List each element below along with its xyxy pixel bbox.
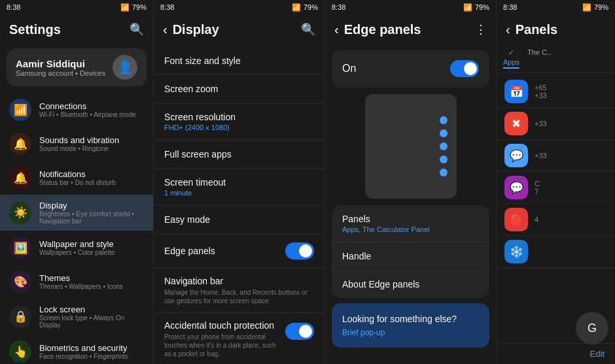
panels-title: Panels	[516, 22, 557, 37]
user-avatar: 👤	[113, 55, 137, 80]
display-list: Font size and style Screen zoom Screen r…	[154, 44, 325, 364]
app-row-app2[interactable]: 🔴 4	[497, 204, 615, 236]
settings-top-icons: 🔍	[130, 22, 144, 37]
screen-resolution-sub: FHD+ (2400 x 1080)	[164, 124, 314, 131]
accidental-touch-toggle[interactable]	[285, 323, 314, 340]
wallpaper-label: Wallpaper and style	[39, 239, 114, 249]
edge-panels-toggle[interactable]	[285, 242, 314, 259]
app-row-calendar[interactable]: 📅 +65 +33	[497, 76, 615, 108]
edge-more-icon[interactable]: ⋮	[475, 22, 487, 37]
themes-label: Themes	[39, 273, 123, 283]
sidebar-item-wallpaper[interactable]: 🖼️ Wallpaper and style Wallpapers • Colo…	[0, 231, 153, 265]
lockscreen-sub: Screen lock type • Always On Display	[39, 314, 144, 329]
settings-panel: 8:38 📶 79% Settings 🔍 Aamir Siddiqui Sam…	[0, 0, 153, 364]
edge-back-icon[interactable]: ‹	[334, 22, 339, 37]
edge-on-toggle[interactable]	[450, 60, 479, 77]
sidebar-item-lockscreen[interactable]: 🔒 Lock screen Screen lock type • Always …	[0, 299, 153, 335]
edge-section: Panels Apps, The Calculator Panel Handle…	[332, 205, 489, 298]
app-row-contacts[interactable]: ✖ +33	[497, 108, 615, 140]
sounds-icon: 🔔	[9, 133, 31, 155]
edge-panels-row[interactable]: Edge panels	[154, 234, 325, 269]
biometrics-label: Biometrics and security	[39, 343, 128, 353]
screen-resolution-item[interactable]: Screen resolution FHD+ (2400 x 1080)	[154, 103, 325, 141]
panels-back-icon[interactable]: ‹	[506, 22, 510, 37]
panels-panel: 8:38 📶 79% ‹ Panels ✓ Apps The C... 📅 +6…	[496, 0, 615, 364]
edge-dot-2	[440, 129, 448, 137]
sidebar-item-biometrics[interactable]: 👆 Biometrics and security Face recogniti…	[0, 335, 153, 364]
sidebar-item-themes[interactable]: 🎨 Themes Themes • Wallpapers • Icons	[0, 265, 153, 299]
notifications-label: Notifications	[39, 169, 116, 179]
edge-dot-1	[440, 116, 448, 124]
app2-info: 4	[535, 216, 538, 223]
sidebar-item-connections[interactable]: 📶 Connections Wi-Fi • Bluetooth • Airpla…	[0, 93, 153, 127]
panel-apps-list: 📅 +65 +33 ✖ +33 💬 +33 💬 C 7 �	[497, 73, 615, 271]
font-size-item[interactable]: Font size and style	[154, 47, 325, 75]
app1-num: C	[535, 180, 540, 188]
status-icons-2: 📶 79%	[292, 3, 318, 12]
looking-sub[interactable]: Brief pop-up	[342, 328, 479, 337]
tab-calculator[interactable]: The C...	[527, 48, 553, 69]
easy-mode-item[interactable]: Easy mode	[154, 206, 325, 234]
g-button[interactable]: G	[576, 312, 608, 344]
fullscreen-apps-label: Full screen apps	[164, 149, 314, 159]
display-search-icon[interactable]: 🔍	[301, 22, 315, 37]
notifications-text: Notifications Status bar • Do not distur…	[39, 169, 116, 186]
display-sub: Brightness • Eye comfort shield • Naviga…	[39, 210, 144, 225]
notifications-icon: 🔔	[9, 167, 31, 189]
status-bar-2: 8:38 📶 79%	[154, 0, 325, 14]
tab-apps-icon: ✓	[508, 48, 514, 57]
themes-icon: 🎨	[9, 271, 31, 293]
screen-zoom-item[interactable]: Screen zoom	[154, 75, 325, 103]
accidental-touch-item[interactable]: Accidental touch protection Protect your…	[154, 313, 325, 364]
status-icons-3: 📶 79%	[463, 3, 489, 12]
handle-row[interactable]: Handle	[332, 242, 489, 271]
battery-3: 79%	[475, 3, 489, 11]
messages-info: +33	[535, 152, 547, 159]
wallpaper-icon: 🖼️	[9, 237, 31, 259]
panels-row[interactable]: Panels Apps, The Calculator Panel	[332, 205, 489, 242]
tab-apps-label: Apps	[503, 58, 519, 66]
app-row-app3[interactable]: ❄️	[497, 236, 615, 268]
fullscreen-apps-item[interactable]: Full screen apps	[154, 141, 325, 169]
tab-apps[interactable]: ✓ Apps	[503, 48, 519, 69]
on-label: On	[342, 63, 356, 74]
user-sub: Samsung account • Devices	[16, 69, 105, 77]
sidebar-item-notifications[interactable]: 🔔 Notifications Status bar • Do not dist…	[0, 161, 153, 195]
display-back-icon[interactable]: ‹	[163, 22, 167, 37]
display-panel: 8:38 📶 79% ‹ Display 🔍 Font size and sty…	[153, 0, 325, 364]
status-bar-3: 8:38 📶 79%	[325, 0, 496, 14]
status-icons-1: 📶 79%	[120, 3, 147, 12]
sounds-label: Sounds and vibration	[39, 135, 119, 145]
accidental-touch-label: Accidental touch protection	[164, 320, 280, 331]
edge-dot-3	[440, 142, 448, 150]
notifications-sub: Status bar • Do not disturb	[39, 179, 116, 186]
edge-panels-panel: 8:38 📶 79% ‹ Edge panels ⋮ On Panels App…	[325, 0, 496, 364]
app-row-app1[interactable]: 💬 C 7	[497, 172, 615, 204]
about-edge-label: About Edge panels	[342, 279, 479, 290]
calendar-icon: 📅	[504, 80, 528, 103]
sidebar-item-display[interactable]: ☀️ Display Brightness • Eye comfort shie…	[0, 195, 153, 231]
wifi-icon-3: 📶	[463, 3, 472, 12]
status-bar-4: 8:38 📶 79%	[497, 0, 615, 14]
user-section[interactable]: Aamir Siddiqui Samsung account • Devices…	[7, 48, 147, 86]
app-row-messages[interactable]: 💬 +33	[497, 140, 615, 172]
screen-timeout-item[interactable]: Screen timeout 1 minute	[154, 169, 325, 206]
screen-resolution-label: Screen resolution	[164, 112, 314, 122]
handle-label: Handle	[342, 251, 479, 261]
settings-list: 📶 Connections Wi-Fi • Bluetooth • Airpla…	[0, 90, 153, 364]
on-row[interactable]: On	[332, 50, 489, 88]
wallpaper-sub: Wallpapers • Color palette	[39, 249, 114, 256]
navigation-bar-item[interactable]: Navigation bar Manage the Home, Back, an…	[154, 269, 325, 313]
display-top-left: ‹ Display	[163, 22, 219, 37]
font-size-label: Font size and style	[164, 56, 314, 66]
app3-icon: ❄️	[504, 240, 528, 263]
about-edge-row[interactable]: About Edge panels	[332, 271, 489, 298]
time-3: 8:38	[332, 3, 345, 11]
themes-sub: Themes • Wallpapers • Icons	[39, 283, 123, 290]
edit-button[interactable]: Edit	[590, 349, 605, 359]
navigation-bar-label: Navigation bar	[164, 276, 314, 286]
sidebar-item-sounds[interactable]: 🔔 Sounds and vibration Sound mode • Ring…	[0, 127, 153, 161]
lockscreen-label: Lock screen	[39, 305, 144, 314]
display-title: Display	[173, 22, 219, 37]
search-icon[interactable]: 🔍	[130, 22, 144, 37]
